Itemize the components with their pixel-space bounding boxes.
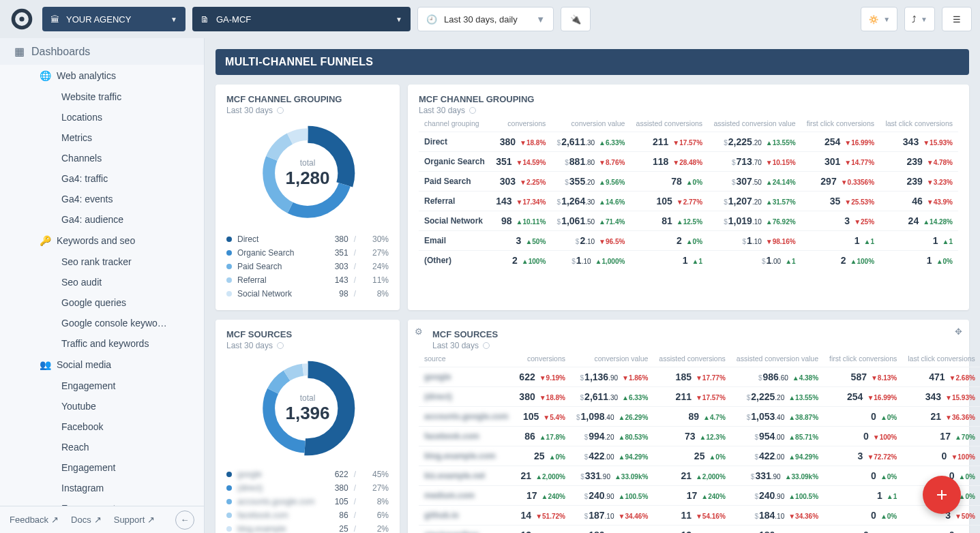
sidebar-group[interactable]: 🔑Keywords and seo [0,230,204,252]
sidebar-item[interactable]: Engagement [0,457,204,478]
docs-link[interactable]: Docs ↗ [71,515,102,525]
date-range-picker[interactable]: 🕘 Last 30 days, daily ▼ [417,7,554,31]
sidebar-item[interactable]: Channels [0,148,204,168]
sidebar-item[interactable]: Engagement [0,498,204,506]
card-mcf-channel-donut: MCF CHANNEL GROUPING Last 30 days total … [216,85,400,310]
feedback-link[interactable]: Feedback ↗ [10,515,59,525]
card-subtitle: Last 30 days [432,341,958,350]
share-button[interactable]: ⤴ ▼ [904,7,935,31]
chevron-down-icon: ▼ [170,16,177,23]
row-name: Organic Search [419,152,490,172]
table-row: Email3▲50%$2.10▼96.5%2▲0%$1.10▼98.16%1▲1… [419,231,958,251]
add-widget-fab[interactable] [923,476,961,514]
delta: ▼28.48% [672,159,702,166]
app-logo [8,5,35,33]
sidebar-item[interactable]: Ga4: audience [0,209,204,230]
delta: ▲100% [522,258,546,265]
delta: ▲13.55% [788,394,818,401]
table-row: (direct)380▼18.8%$2,611.30▲6.33%211▼17.5… [419,387,980,407]
sidebar-item[interactable]: Instagram [0,478,204,498]
delta: ▲240% [541,493,565,500]
delta: ▲2,000% [535,473,565,481]
legend-row: blog.example 25 / 2% [226,522,389,533]
menu-button[interactable]: ☰ [942,7,972,31]
sidebar-item[interactable]: Reach [0,437,204,457]
delta: ▲0% [880,473,897,481]
donut-total-value: 1,280 [285,168,329,189]
delta: ▼9.19% [539,374,565,382]
row-name: Email [419,231,490,251]
sidebar-item[interactable]: Website traffic [0,87,204,107]
sidebar-item[interactable]: Google queries [0,292,204,313]
target-icon [277,342,284,349]
chevron-down-icon: ▼ [396,16,402,23]
legend-row: Referral 143 / 11% [226,273,389,287]
share-icon: ⤴ [912,14,917,25]
legend-name: blog.example [237,524,316,533]
plug-button[interactable]: 🔌 [561,7,591,31]
delta: ▼0.3356% [841,179,874,186]
legend-value: 98 [321,289,348,299]
delta: ▲1 [942,238,953,245]
support-link[interactable]: Support ↗ [114,515,155,525]
legend-name: Paid Search [237,262,316,271]
delta: ▲100.5% [619,493,649,500]
legend-value: 86 [321,511,348,520]
delta: ▼51.72% [535,513,565,520]
row-name: Social Network [419,211,490,231]
delta: ▼100% [873,433,897,441]
table-row: Referral143▼17.34%$1,264.30▲14.6%105▼2.7… [419,192,958,211]
delta: ▲14.6% [599,198,625,206]
sidebar: ▦ Dashboards 🌐Web analyticsWebsite traff… [0,38,205,533]
legend-dot [226,513,232,518]
move-icon[interactable]: ✥ [955,326,962,337]
sidebar-group[interactable]: 🌐Web analytics [0,65,204,87]
sidebar-item[interactable]: Youtube [0,396,204,416]
sidebar-item[interactable]: Ga4: traffic [0,168,204,189]
sidebar-group[interactable]: 👥Social media [0,354,204,376]
sidebar-item[interactable]: Google console keywo… [0,313,204,333]
sidebar-item[interactable]: Seo audit [0,272,204,292]
donut-total-value: 1,396 [285,403,329,424]
card-title: MCF SOURCES [432,329,958,339]
delta: ▼2.77% [677,198,702,206]
delta: ▲1,000% [595,258,625,265]
sidebar-item[interactable]: Ga4: events [0,189,204,209]
legend-pct: 27% [361,483,389,493]
delta: ▼25.53% [844,198,874,206]
legend-dot [226,526,232,532]
plug-icon: 🔌 [570,14,581,25]
legend-pct: 8% [361,289,389,299]
delta: ▼100% [951,453,975,461]
sidebar-item[interactable]: Traffic and keywords [0,333,204,354]
collapse-sidebar-button[interactable]: ← [175,511,194,530]
group-label: Keywords and seo [57,235,135,246]
gear-icon[interactable]: ⚙ [415,326,423,337]
source-picker[interactable]: 🗎 GA-MCF ▼ [192,7,411,31]
delta: ▼1.86% [622,374,648,382]
col-header: first click conversions [801,115,880,132]
sidebar-item[interactable]: Engagement [0,376,204,396]
agency-picker[interactable]: 🏛 YOUR AGENCY ▼ [42,7,185,31]
sidebar-item[interactable]: Seo rank tracker [0,252,204,272]
col-header: conversions [490,115,551,132]
col-header: assisted conversions [653,350,730,367]
sidebar-section-dashboards[interactable]: ▦ Dashboards [0,38,204,65]
sidebar-item[interactable]: Locations [0,107,204,127]
delta: ▲100% [850,258,874,265]
delta: ▼3.23% [927,179,953,186]
chevron-down-icon: ▼ [921,16,927,23]
row-name: facebook.com [419,427,514,446]
table-row: accounts.google.com105▼5.4%$1,098.40▲26.… [419,407,980,427]
theme-button[interactable]: 🔅 ▼ [861,7,897,31]
delta: ▼18.8% [520,139,546,147]
delta: ▲33.09k% [614,473,648,481]
delta: ▲1 [864,238,874,245]
delta: ▲14.28% [923,218,953,226]
sidebar-item[interactable]: Facebook [0,416,204,437]
delta: ▲0% [959,473,975,481]
legend-value: 622 [321,470,348,479]
sidebar-item[interactable]: Metrics [0,127,204,148]
sun-icon: 🔅 [868,14,879,25]
card-subtitle: Last 30 days [419,106,958,115]
